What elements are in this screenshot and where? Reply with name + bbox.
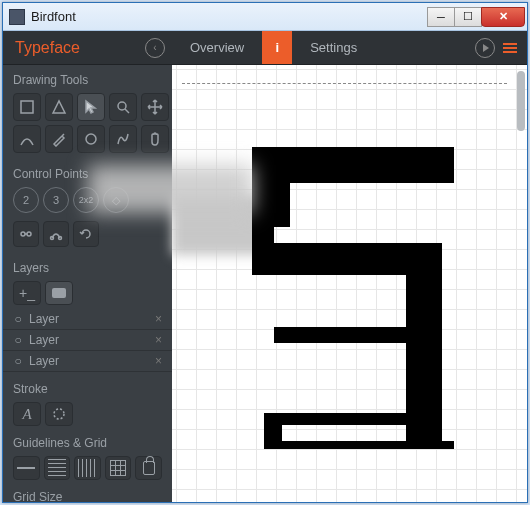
section-stroke: Stroke [3,374,172,400]
svg-point-9 [54,409,64,419]
window-title: Birdfont [31,9,428,24]
tool-circle[interactable] [77,125,105,153]
section-drawing-tools: Drawing Tools [3,65,172,91]
tool-pencil[interactable] [45,125,73,153]
app-window: Birdfont ─ ☐ ✕ Typeface ‹ Overview i Set… [2,2,528,503]
guideline-line[interactable] [13,456,40,480]
drawing-tools-grid [3,91,172,159]
svg-line-2 [125,109,129,113]
layer-visibility-icon[interactable]: ○ [13,312,23,326]
svg-rect-0 [21,101,33,113]
svg-point-3 [86,134,96,144]
control-points-row2 [3,219,172,253]
svg-point-5 [27,232,31,236]
glyph-canvas[interactable] [172,65,527,502]
guideline-grid[interactable] [105,456,132,480]
tool-move[interactable] [141,93,169,121]
layer-visibility-icon[interactable]: ○ [13,333,23,347]
minimize-button[interactable]: ─ [427,7,455,27]
cp-link[interactable] [13,221,39,247]
blurred-overlay [88,165,253,213]
vertical-scrollbar[interactable] [517,71,525,496]
layer-delete-icon[interactable]: × [155,354,162,368]
section-guidelines: Guidelines & Grid [3,428,172,454]
tab-settings[interactable]: Settings [292,31,375,64]
nav-back-button[interactable]: ‹ [138,38,172,58]
layer-visibility-icon[interactable]: ○ [13,354,23,368]
cp-option-3[interactable]: 3 [43,187,69,213]
guideline-vlines[interactable] [74,456,101,480]
tool-zoom[interactable] [109,93,137,121]
layer-name: Layer [23,354,155,368]
layer-add-button[interactable]: +_ [13,281,41,305]
layer-delete-icon[interactable]: × [155,312,162,326]
tool-hand[interactable] [141,125,169,153]
ascender-guideline [182,83,507,84]
cp-curve[interactable] [43,221,69,247]
tool-pointer[interactable] [77,93,105,121]
tab-overview[interactable]: Overview [172,31,262,64]
layer-view-button[interactable] [45,281,73,305]
tool-foresight[interactable] [13,93,41,121]
tool-track[interactable] [109,125,137,153]
app-icon [9,9,25,25]
layer-row[interactable]: ○ Layer × [3,309,172,330]
maximize-button[interactable]: ☐ [454,7,482,27]
top-nav: Overview i Settings [172,31,527,65]
svg-point-4 [21,232,25,236]
brand-label[interactable]: Typeface [3,39,92,57]
tool-bezier[interactable] [13,125,41,153]
section-grid-size: Grid Size [3,482,172,502]
section-layers: Layers [3,253,172,279]
stroke-width-button[interactable]: A [13,402,41,426]
tool-pen[interactable] [45,93,73,121]
glyph-shape[interactable] [244,147,464,457]
close-button[interactable]: ✕ [481,7,525,27]
layers-list: ○ Layer × ○ Layer × ○ Layer × [3,307,172,374]
layer-row[interactable]: ○ Layer × [3,330,172,351]
stroke-cap-button[interactable] [45,402,73,426]
cp-option-2[interactable]: 2 [13,187,39,213]
tab-glyph-active[interactable]: i [262,31,292,64]
layer-name: Layer [23,333,155,347]
scroll-thumb[interactable] [517,71,525,131]
sidebar: Drawing Tools Control Points 2 3 2x2 ◇ [3,65,172,502]
titlebar[interactable]: Birdfont ─ ☐ ✕ [3,3,527,31]
svg-point-1 [118,102,126,110]
play-icon[interactable] [475,38,495,58]
layer-row[interactable]: ○ Layer × [3,351,172,372]
guideline-lock[interactable] [135,456,162,480]
layer-delete-icon[interactable]: × [155,333,162,347]
layer-name: Layer [23,312,155,326]
guideline-hlines[interactable] [44,456,71,480]
menu-icon[interactable] [503,43,517,53]
cp-rotate[interactable] [73,221,99,247]
